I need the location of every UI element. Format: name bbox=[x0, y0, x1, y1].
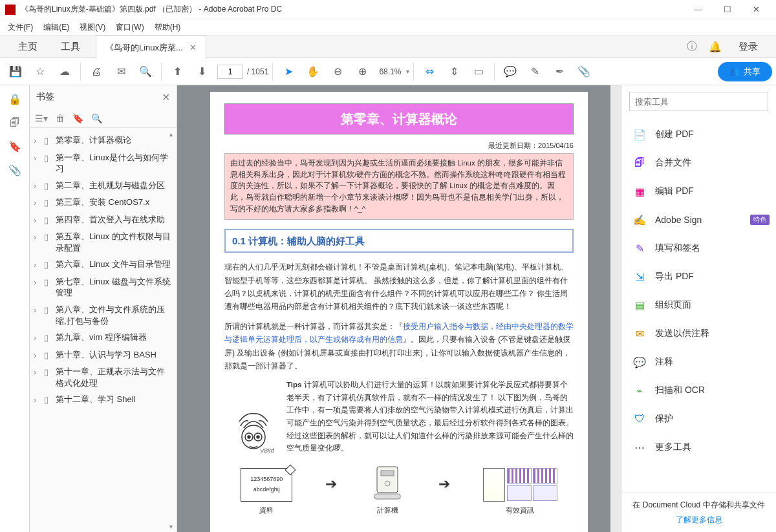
chevron-right-icon[interactable]: › bbox=[34, 180, 41, 192]
learn-more-link[interactable]: 了解更多信息 bbox=[630, 515, 767, 526]
chevron-right-icon[interactable]: › bbox=[34, 366, 41, 378]
chevron-right-icon[interactable]: › bbox=[34, 152, 41, 164]
bookmark-item[interactable]: ›▯第九章、vim 程序编辑器 bbox=[32, 329, 174, 346]
cloud-upload-icon[interactable]: ☁ bbox=[53, 60, 76, 83]
page-down-icon[interactable]: ⬇ bbox=[190, 60, 213, 83]
chevron-right-icon[interactable]: › bbox=[34, 304, 41, 316]
tool-label: 编辑 PDF bbox=[655, 186, 694, 197]
chevron-right-icon[interactable]: › bbox=[34, 231, 41, 243]
tool-item[interactable]: ✉发送以供注释 bbox=[621, 319, 776, 348]
new-bookmark-icon[interactable]: 🔖 bbox=[72, 113, 83, 123]
bookmark-item[interactable]: ›▯第四章、首次登入与在线求助 bbox=[32, 211, 174, 229]
help-icon[interactable]: ⓘ bbox=[680, 40, 704, 54]
tool-item[interactable]: 💬注释 bbox=[621, 348, 776, 376]
highlight-icon[interactable]: ✎ bbox=[523, 60, 546, 83]
scroll-up-icon[interactable]: ▴ bbox=[166, 129, 175, 138]
zoom-in-icon[interactable]: ⊕ bbox=[350, 60, 374, 83]
sign-icon[interactable]: ✒ bbox=[548, 60, 571, 83]
tool-item[interactable]: ▦编辑 PDF bbox=[621, 177, 776, 206]
print-icon[interactable]: 🖨 bbox=[85, 60, 108, 83]
tab-tools[interactable]: 工具 bbox=[49, 35, 92, 58]
star-icon[interactable]: ☆ bbox=[28, 60, 52, 83]
chevron-right-icon[interactable]: › bbox=[34, 214, 41, 226]
tools-search-input[interactable] bbox=[629, 92, 768, 111]
chevron-right-icon[interactable]: › bbox=[34, 332, 41, 344]
document-viewport[interactable]: 第零章、计算器概论 最近更新日期：2015/04/16 由过去的经验当中，鸟哥发… bbox=[177, 85, 621, 532]
page-up-icon[interactable]: ⬆ bbox=[166, 60, 189, 83]
delete-icon[interactable]: 🗑 bbox=[56, 113, 65, 123]
main-area: 🔒 🗐 🔖 📎 书签 ✕ ☰▾ 🗑 🔖 🔍 ▴ ▾ ›▯第零章、计算器概论›▯第… bbox=[0, 85, 776, 532]
tool-item[interactable]: ⋯更多工具 bbox=[621, 433, 776, 462]
zoom-out-icon[interactable]: ⊖ bbox=[326, 60, 349, 83]
bookmarks-title: 书签 bbox=[36, 91, 54, 103]
fit-page-icon[interactable]: ⇕ bbox=[442, 60, 466, 83]
menu-file[interactable]: 文件(F) bbox=[4, 21, 37, 34]
chevron-right-icon[interactable]: › bbox=[34, 259, 41, 271]
close-window-button[interactable]: ✕ bbox=[742, 0, 771, 19]
bookmark-item[interactable]: ›▯第二章、主机规划与磁盘分区 bbox=[32, 177, 174, 195]
find-bookmark-icon[interactable]: 🔍 bbox=[91, 113, 102, 123]
bookmark-item[interactable]: ›▯第八章、文件与文件系统的压缩,打包与备份 bbox=[32, 301, 174, 329]
bookmark-item[interactable]: ›▯第七章、Linux 磁盘与文件系统管理 bbox=[32, 273, 174, 301]
svg-rect-7 bbox=[381, 471, 394, 476]
mail-icon[interactable]: ✉ bbox=[109, 60, 133, 83]
bookmark-options-icon[interactable]: ☰▾ bbox=[35, 113, 48, 123]
login-button[interactable]: 登录 bbox=[727, 35, 770, 58]
pointer-icon[interactable]: ➤ bbox=[277, 60, 300, 83]
bookmark-item[interactable]: ›▯第十二章、学习 Shell bbox=[32, 391, 174, 409]
bookmark-label: 第五章、Linux 的文件权限与目录配置 bbox=[56, 231, 171, 253]
bookmark-item[interactable]: ›▯第五章、Linux 的文件权限与目录配置 bbox=[32, 228, 174, 256]
read-mode-icon[interactable]: ▭ bbox=[467, 60, 490, 83]
bookmark-item[interactable]: ›▯第三章、安装 CentOS7.x bbox=[32, 194, 174, 211]
hand-icon[interactable]: ✋ bbox=[301, 60, 325, 83]
bookmark-item[interactable]: ›▯第一章、Linux是什么与如何学习 bbox=[32, 149, 174, 177]
menu-edit[interactable]: 编辑(E) bbox=[39, 21, 73, 34]
tool-item[interactable]: ⇲导出 PDF bbox=[621, 262, 776, 291]
save-icon[interactable]: 💾 bbox=[4, 60, 27, 83]
tool-item[interactable]: 🛡保护 bbox=[621, 405, 776, 433]
scroll-down-icon[interactable]: ▾ bbox=[166, 522, 175, 531]
lock-icon[interactable]: 🔒 bbox=[8, 93, 21, 105]
tool-item[interactable]: ▤组织页面 bbox=[621, 291, 776, 319]
menu-help[interactable]: 帮助(H) bbox=[151, 21, 185, 34]
bookmark-ribbon-icon: ▯ bbox=[44, 276, 53, 288]
tab-document[interactable]: 《鸟哥的Linux房菜... ✕ bbox=[96, 36, 206, 59]
bookmark-label: 第九章、vim 程序编辑器 bbox=[56, 332, 171, 343]
tool-item[interactable]: 🗐合并文件 bbox=[621, 149, 776, 177]
bell-icon[interactable]: 🔔 bbox=[704, 41, 727, 53]
chevron-right-icon[interactable]: › bbox=[34, 276, 41, 288]
chevron-right-icon[interactable]: › bbox=[34, 197, 41, 209]
tool-item[interactable]: ✎填写和签名 bbox=[621, 234, 776, 262]
stamp-icon[interactable]: 📎 bbox=[572, 60, 596, 83]
search-icon[interactable]: 🔍 bbox=[134, 60, 157, 83]
maximize-button[interactable]: ☐ bbox=[713, 0, 742, 19]
bookmark-item[interactable]: ›▯第十章、认识与学习 BASH bbox=[32, 346, 174, 364]
bookmark-label: 第二章、主机规划与磁盘分区 bbox=[56, 180, 171, 191]
chevron-right-icon[interactable]: › bbox=[34, 394, 41, 406]
tab-home[interactable]: 主页 bbox=[6, 35, 49, 58]
bookmark-item[interactable]: ›▯第零章、计算器概论 bbox=[32, 132, 174, 149]
bookmark-ribbon-icon: ▯ bbox=[44, 134, 53, 147]
attachments-icon[interactable]: 📎 bbox=[8, 164, 21, 176]
bookmark-ribbon-icon: ▯ bbox=[44, 259, 53, 271]
page-number-input[interactable] bbox=[217, 65, 243, 79]
vertical-scrollbar[interactable] bbox=[610, 85, 621, 532]
fit-width-icon[interactable]: ⇔ bbox=[418, 60, 441, 83]
chevron-right-icon[interactable]: › bbox=[34, 134, 41, 147]
chevron-right-icon[interactable]: › bbox=[34, 349, 41, 361]
close-tab-icon[interactable]: ✕ bbox=[189, 43, 197, 52]
tool-item[interactable]: 📄创建 PDF bbox=[621, 120, 776, 149]
share-button[interactable]: 👥 共享 bbox=[718, 62, 772, 81]
tool-item[interactable]: ✍Adobe Sign特色 bbox=[621, 206, 776, 234]
menu-view[interactable]: 视图(V) bbox=[76, 21, 109, 34]
comment-icon[interactable]: 💬 bbox=[499, 60, 522, 83]
thumbnails-icon[interactable]: 🗐 bbox=[10, 117, 20, 129]
minimize-button[interactable]: — bbox=[684, 0, 713, 19]
tool-item[interactable]: ⌁扫描和 OCR bbox=[621, 376, 776, 405]
zoom-value[interactable]: 68.1% bbox=[375, 67, 405, 76]
bookmarks-icon[interactable]: 🔖 bbox=[8, 140, 21, 153]
menu-window[interactable]: 窗口(W) bbox=[112, 21, 147, 34]
bookmark-item[interactable]: ›▯第十一章、正规表示法与文件格式化处理 bbox=[32, 363, 174, 391]
close-panel-icon[interactable]: ✕ bbox=[162, 91, 170, 103]
bookmark-item[interactable]: ›▯第六章、Linux 文件与目录管理 bbox=[32, 256, 174, 273]
